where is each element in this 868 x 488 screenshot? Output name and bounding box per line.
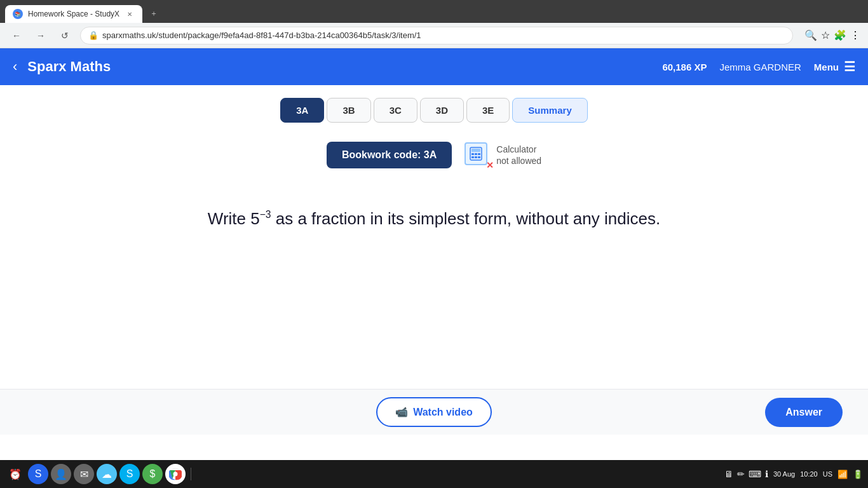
taskbar-cloud-icon[interactable]: ☁ [97, 464, 117, 484]
active-browser-tab[interactable]: 📚 Homework Space - StudyX ✕ [5, 5, 142, 23]
url-text: sparxmaths.uk/student/package/f9efa4ad-8… [102, 30, 421, 40]
svg-point-9 [173, 472, 178, 477]
taskbar-icons-area: 🖥 ✏ ⌨ ℹ [724, 469, 768, 479]
svg-rect-5 [471, 156, 474, 158]
calc-svg [469, 147, 483, 161]
taskbar-system-icon[interactable]: ⏰ [5, 464, 25, 484]
tab-3e[interactable]: 3E [466, 98, 510, 123]
taskbar-screen-icon[interactable]: 🖥 [724, 469, 733, 479]
svg-rect-7 [478, 156, 480, 158]
more-options-icon[interactable]: ⋮ [850, 29, 860, 41]
taskbar-info-icon[interactable]: ℹ [765, 469, 768, 479]
taskbar-mail-icon[interactable]: ✉ [74, 464, 94, 484]
video-camera-icon: 📹 [395, 406, 408, 418]
watch-video-button[interactable]: 📹 Watch video [376, 397, 492, 427]
bottom-bar: 📹 Watch video Answer [0, 389, 868, 435]
math-expression: 5−3 [250, 209, 271, 228]
svg-rect-3 [475, 153, 477, 155]
svg-rect-1 [471, 149, 480, 152]
browser-toolbar-icons: 🔍 ☆ 🧩 ⋮ [804, 29, 860, 41]
extensions-icon[interactable]: 🧩 [834, 29, 846, 41]
svg-rect-6 [475, 156, 477, 158]
taskbar-battery-icon: 🔋 [853, 470, 863, 479]
watch-video-label: Watch video [413, 407, 473, 418]
reload-button[interactable]: ↺ [56, 27, 74, 44]
taskbar-locale: US [823, 470, 832, 478]
question-text: Write 5−3 as a fraction in its simplest … [208, 207, 660, 231]
tab-3d[interactable]: 3D [420, 98, 464, 123]
lock-icon: 🔒 [88, 30, 98, 40]
tab-summary[interactable]: Summary [512, 98, 587, 123]
taskbar: ⏰ S 👤 ✉ ☁ S $ 🖥 ✏ ⌨ ℹ 30 Aug 10:20 US 📶 … [0, 460, 868, 488]
calculator-x-icon: ✕ [486, 160, 494, 170]
svg-rect-2 [471, 153, 474, 155]
xp-display: 60,186 XP [662, 62, 707, 72]
question-prefix: Write [208, 209, 250, 228]
browser-tab-bar: 📚 Homework Space - StudyX ✕ ＋ [0, 0, 868, 23]
tab-title: Homework Space - StudyX [28, 10, 119, 18]
forward-nav-button[interactable]: → [32, 27, 50, 44]
user-name: Jemma GARDNER [719, 62, 801, 72]
answer-button[interactable]: Answer [765, 398, 843, 427]
back-nav-button[interactable]: ← [8, 27, 25, 44]
taskbar-skype-icon[interactable]: S [119, 464, 140, 484]
tab-close-button[interactable]: ✕ [125, 9, 135, 19]
menu-button[interactable]: Menu ☰ [814, 59, 855, 74]
taskbar-keyboard-icon[interactable]: ⌨ [749, 469, 761, 479]
svg-rect-4 [478, 153, 480, 155]
answer-label: Answer [785, 407, 822, 417]
tab-3c[interactable]: 3C [374, 98, 417, 123]
url-bar[interactable]: 🔒 sparxmaths.uk/student/package/f9efa4ad… [80, 27, 793, 44]
zoom-icon[interactable]: 🔍 [804, 29, 817, 41]
bookwork-row: Bookwork code: 3A ✕ [0, 142, 868, 168]
taskbar-pen-icon[interactable]: ✏ [737, 469, 745, 479]
taskbar-time: 10:20 [800, 470, 818, 478]
tab-3a[interactable]: 3A [280, 98, 324, 123]
taskbar-chrome-icon[interactable] [165, 464, 186, 484]
tabs-row: 3A 3B 3C 3D 3E Summary [0, 85, 868, 129]
app-header: ‹ Sparx Maths 60,186 XP Jemma GARDNER Me… [0, 48, 868, 85]
taskbar-right-area: 🖥 ✏ ⌨ ℹ 30 Aug 10:20 US 📶 🔋 [724, 469, 863, 479]
menu-label: Menu [814, 62, 839, 72]
main-content: 3A 3B 3C 3D 3E Summary Bookwork code: 3A [0, 85, 868, 435]
app-back-button[interactable]: ‹ [13, 58, 17, 75]
question-area: Write 5−3 as a fraction in its simplest … [0, 181, 868, 257]
bookmark-icon[interactable]: ☆ [821, 29, 830, 41]
new-tab-button[interactable]: ＋ [142, 4, 165, 23]
question-suffix: as a fraction in its simplest form, with… [271, 209, 660, 228]
tab-favicon: 📚 [13, 9, 23, 19]
taskbar-blue-icon[interactable]: S [28, 464, 48, 484]
app-logo: Sparx Maths [27, 58, 662, 75]
taskbar-green-icon[interactable]: $ [142, 464, 163, 484]
address-bar: ← → ↺ 🔒 sparxmaths.uk/student/package/f9… [0, 23, 868, 48]
bookwork-code-badge: Bookwork code: 3A [327, 142, 452, 168]
taskbar-wifi-icon: 📶 [837, 470, 848, 479]
exponent: −3 [260, 209, 271, 220]
taskbar-contacts-icon[interactable]: 👤 [51, 464, 71, 484]
calculator-symbol [465, 142, 487, 165]
calculator-not-allowed-text: Calculator not allowed [496, 144, 541, 166]
taskbar-divider [191, 468, 191, 480]
calculator-info: ✕ Calculator not allowed [465, 142, 541, 168]
hamburger-icon: ☰ [844, 59, 855, 74]
calculator-icon: ✕ [465, 142, 490, 168]
tab-3b[interactable]: 3B [327, 98, 370, 123]
header-right: 60,186 XP Jemma GARDNER Menu ☰ [662, 59, 855, 74]
taskbar-date: 30 Aug [773, 470, 795, 478]
